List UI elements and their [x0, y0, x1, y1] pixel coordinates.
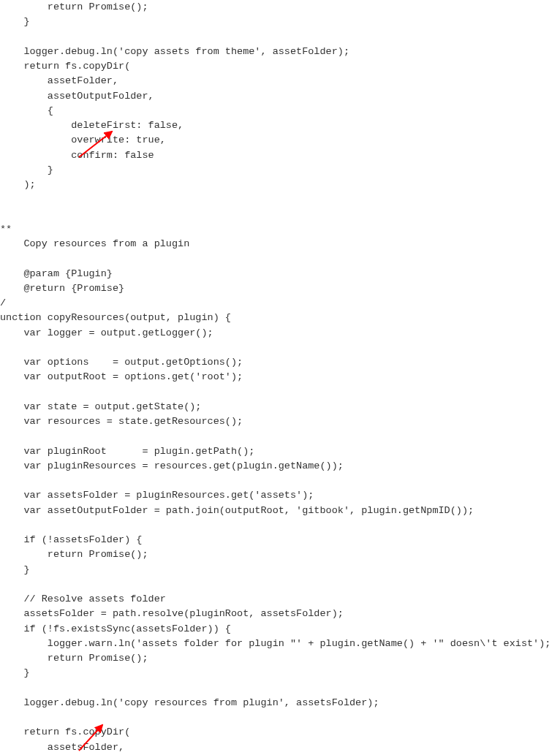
- code-block: return Promise(); } logger.debug.ln('cop…: [0, 0, 560, 755]
